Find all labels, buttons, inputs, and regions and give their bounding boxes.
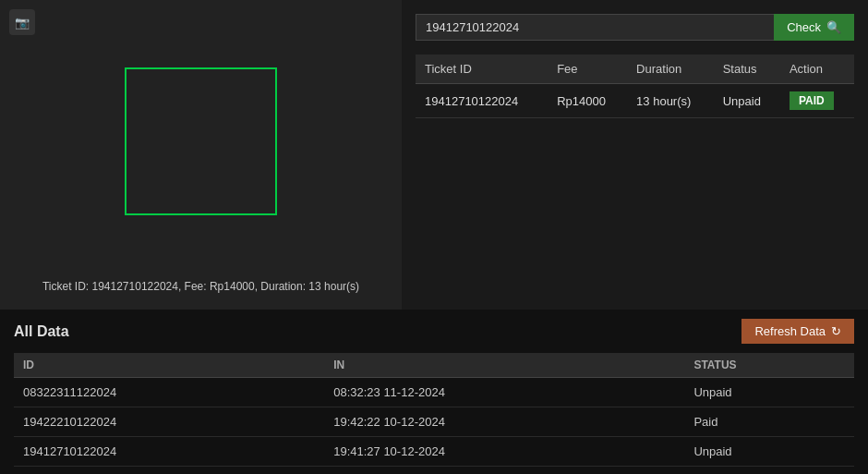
camera-icon: 📷 (9, 9, 35, 35)
scan-box (125, 67, 277, 215)
refresh-icon: ↻ (831, 324, 841, 338)
cell-duration: 13 hour(s) (627, 84, 714, 118)
refresh-data-button[interactable]: Refresh Data ↻ (741, 319, 854, 344)
col-duration: Duration (627, 55, 714, 84)
list-item: 1942221012202419:42:22 10-12-2024Paid (14, 407, 854, 437)
col-action: Action (780, 55, 854, 84)
all-cell-in: 08:32:23 11-12-2024 (324, 378, 684, 407)
all-cell-in: 19:41:27 10-12-2024 (324, 437, 684, 467)
paid-button[interactable]: PAID (790, 91, 834, 110)
all-data-title: All Data (14, 323, 69, 340)
cell-fee: Rp14000 (548, 84, 627, 118)
camera-icon-wrap: 📷 (9, 9, 35, 35)
list-item: 0832231112202408:32:23 11-12-2024Unpaid (14, 378, 854, 407)
all-cell-status: Unpaid (684, 437, 854, 467)
check-panel: Check 🔍 Ticket ID Fee Duration Status Ac… (402, 0, 868, 310)
camera-panel: 📷 Ticket ID: 19412710122024, Fee: Rp1400… (0, 0, 402, 310)
all-cell-id: 19422210122024 (14, 407, 324, 437)
search-row: Check 🔍 (416, 14, 854, 41)
all-cell-in: 19:42:22 10-12-2024 (324, 407, 684, 437)
cell-ticket-id: 19412710122024 (416, 84, 548, 118)
list-item: 1941271012202419:41:27 10-12-2024Unpaid (14, 437, 854, 467)
all-col-in: IN (324, 353, 684, 378)
col-ticket-id: Ticket ID (416, 55, 548, 84)
all-data-header: All Data Refresh Data ↻ (14, 319, 854, 344)
refresh-button-label: Refresh Data (754, 324, 826, 338)
all-cell-status: Paid (684, 407, 854, 437)
col-fee: Fee (548, 55, 627, 84)
col-status: Status (714, 55, 780, 84)
all-cell-id: 19412710122024 (14, 437, 324, 467)
camera-symbol: 📷 (15, 16, 30, 30)
ticket-info-bar: Ticket ID: 19412710122024, Fee: Rp14000,… (9, 273, 392, 300)
all-cell-status: Unpaid (684, 378, 854, 407)
all-col-id: ID (14, 353, 324, 378)
bottom-section: All Data Refresh Data ↻ ID IN STATUS 083… (0, 310, 868, 474)
all-data-table: ID IN STATUS 0832231112202408:32:23 11-1… (14, 353, 854, 467)
check-button[interactable]: Check 🔍 (774, 14, 854, 41)
check-button-label: Check (787, 20, 821, 34)
search-icon: 🔍 (826, 20, 841, 34)
ticket-data-table: Ticket ID Fee Duration Status Action 194… (416, 55, 854, 118)
all-cell-id: 08322311122024 (14, 378, 324, 407)
ticket-search-input[interactable] (416, 14, 774, 41)
table-row: 19412710122024Rp1400013 hour(s)UnpaidPAI… (416, 84, 854, 118)
scan-box-container (9, 9, 392, 273)
cell-action: PAID (780, 84, 854, 118)
all-col-status: STATUS (684, 353, 854, 378)
cell-status: Unpaid (714, 84, 780, 118)
ticket-info-text: Ticket ID: 19412710122024, Fee: Rp14000,… (42, 280, 359, 293)
